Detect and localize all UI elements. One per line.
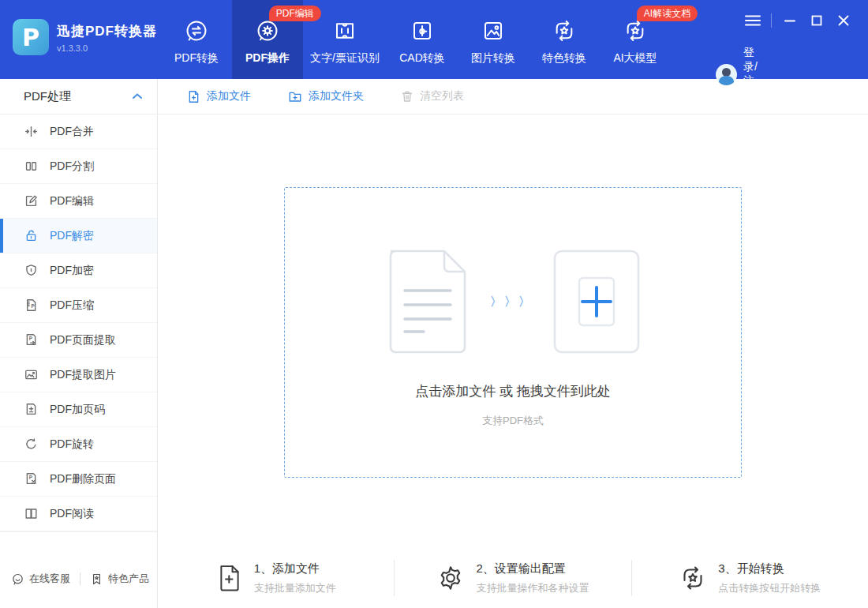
close-icon[interactable] [830, 11, 857, 30]
footer-link-label: 在线客服 [29, 572, 70, 586]
cycle-star-icon [679, 564, 707, 592]
content: 添加文件 添加文件夹 清空列表 [158, 79, 868, 608]
image-extract-icon [24, 367, 39, 383]
nav-ai-model[interactable]: AI解读文档 AI大模型 [600, 0, 671, 79]
controls-divider [771, 13, 772, 28]
shield-icon [24, 263, 39, 279]
step-configure: 2、设置输出配置 支持批量操作和各种设置 [395, 561, 630, 595]
featured-products-link[interactable]: 特色产品 [90, 572, 149, 586]
service-icon [11, 572, 24, 586]
swap-circle-icon [184, 17, 209, 45]
sidebar-item-label: PDF压缩 [50, 298, 94, 313]
sidebar-item-label: PDF合并 [50, 125, 94, 139]
add-file-step-icon [216, 563, 243, 593]
steps-bar: 1、添加文件 支持批量添加文件 [158, 548, 868, 608]
merge-icon [24, 124, 39, 140]
sidebar-item-pdf-edit[interactable]: PDF编辑 [0, 184, 157, 219]
sidebar-section-pdf-processing[interactable]: PDF处理 [0, 79, 157, 114]
step-convert: 3、开始转换 点击转换按钮开始转换 [632, 561, 868, 595]
nav-pdf-convert[interactable]: PDF转换 [161, 0, 232, 79]
app-logo: P 迅捷PDF转换器 v1.3.3.0 [0, 0, 161, 79]
step-title: 3、开始转换 [718, 561, 821, 576]
sidebar-item-pdf-decrypt[interactable]: PDF解密 [0, 219, 157, 253]
sidebar-item-pdf-compress[interactable]: P PDF压缩 [0, 288, 157, 323]
compress-icon: P [24, 298, 39, 313]
online-service-link[interactable]: 在线客服 [11, 572, 70, 586]
gear-icon [436, 564, 465, 592]
clear-list-button[interactable]: 清空列表 [400, 89, 464, 103]
toolbar-button-label: 清空列表 [420, 89, 464, 103]
nav-pdf-operation[interactable]: PDF编辑 PDF操作 [232, 0, 303, 79]
add-folder-button[interactable]: 添加文件夹 [287, 89, 364, 104]
nav-label: AI大模型 [613, 51, 657, 66]
minimize-icon[interactable] [776, 11, 803, 30]
maximize-icon[interactable] [803, 11, 830, 30]
toolbar-button-label: 添加文件夹 [309, 89, 364, 103]
page-number-icon [24, 402, 39, 418]
step-desc: 支持批量操作和各种设置 [476, 581, 589, 595]
sidebar-item-pdf-rotate[interactable]: PDF旋转 [0, 427, 157, 462]
step-title: 2、设置输出配置 [476, 561, 589, 576]
file-dropzone[interactable]: 〉〉〉 点击添加文件 或 拖拽文件到此处 支持PDF格式 [284, 187, 742, 478]
sidebar-item-label: PDF分割 [50, 160, 94, 174]
sidebar-item-pdf-extract-image[interactable]: PDF提取图片 [0, 358, 157, 392]
chevrons-icon: 〉〉〉 [490, 295, 533, 310]
nav-label: CAD转换 [399, 51, 445, 66]
sidebar-footer: 在线客服 特色产品 [0, 531, 157, 608]
split-icon [24, 159, 39, 175]
svg-text:P: P [29, 336, 32, 341]
pdf-edit-badge[interactable]: PDF编辑 [269, 6, 321, 21]
dropzone-main-text: 点击添加文件 或 拖拽文件到此处 [285, 382, 741, 400]
cycle-star-icon [552, 17, 577, 45]
sidebar-item-pdf-merge[interactable]: PDF合并 [0, 114, 157, 149]
app-window: P 迅捷PDF转换器 v1.3.3.0 PDF转换 PDF编辑 [0, 0, 868, 608]
sidebar-item-label: PDF提取图片 [50, 368, 116, 382]
footer-divider [80, 572, 80, 585]
rotate-icon [24, 437, 39, 452]
svg-text:P: P [32, 303, 35, 309]
footer-link-label: 特色产品 [108, 572, 149, 586]
page-extract-icon: P [24, 332, 39, 348]
sidebar-item-label: PDF解密 [50, 229, 94, 243]
nav-cad-convert[interactable]: CAD转换 [387, 0, 458, 79]
sidebar-item-label: PDF加密 [50, 264, 94, 278]
sidebar-item-pdf-encrypt[interactable]: PDF加密 [0, 253, 157, 288]
nav-special-convert[interactable]: 特色转换 [529, 0, 600, 79]
document-icon [386, 250, 470, 354]
chevron-up-icon[interactable] [132, 92, 143, 100]
ai-doc-badge[interactable]: AI解读文档 [637, 6, 698, 21]
toolbar-button-label: 添加文件 [207, 89, 251, 103]
add-file-icon [186, 89, 201, 104]
add-file-button[interactable]: 添加文件 [186, 89, 251, 104]
step-desc: 支持批量添加文件 [254, 581, 336, 595]
menu-icon[interactable] [739, 11, 766, 30]
step-desc: 点击转换按钮开始转换 [718, 581, 821, 595]
sidebar-item-pdf-delete-pages[interactable]: P PDF删除页面 [0, 462, 157, 497]
app-version: v1.3.3.0 [57, 43, 157, 53]
logo-icon: P [13, 19, 49, 55]
sidebar-item-label: PDF旋转 [50, 437, 94, 452]
sidebar-item-pdf-page-number[interactable]: PDF加页码 [0, 392, 157, 427]
nav-image-convert[interactable]: 图片转换 [458, 0, 529, 79]
trash-icon [400, 89, 414, 103]
delete-page-icon: P [24, 471, 39, 487]
add-target-icon [553, 250, 640, 354]
section-title: PDF处理 [24, 89, 71, 104]
sidebar-item-pdf-split[interactable]: PDF分割 [0, 149, 157, 184]
sidebar-item-pdf-read[interactable]: PDF阅读 [0, 497, 157, 531]
bookmark-star-icon [90, 572, 103, 586]
unlock-icon [24, 228, 39, 244]
sidebar-item-label: PDF加页码 [50, 403, 105, 417]
sidebar-item-label: PDF编辑 [50, 194, 94, 208]
book-icon [24, 506, 39, 522]
nav-label: 图片转换 [471, 51, 515, 66]
nav-label: PDF操作 [245, 51, 290, 66]
header: P 迅捷PDF转换器 v1.3.3.0 PDF转换 PDF编辑 [0, 0, 868, 79]
sidebar-item-label: PDF删除页面 [50, 472, 116, 486]
sidebar-item-pdf-page-extract[interactable]: P PDF页面提取 [0, 323, 157, 358]
nav-label: 特色转换 [542, 51, 586, 66]
stage: 〉〉〉 点击添加文件 或 拖拽文件到此处 支持PDF格式 [158, 114, 868, 548]
sidebar: PDF处理 PDF合并 PDF分割 [0, 79, 158, 608]
ticket-icon [332, 17, 357, 45]
window-controls [739, 11, 857, 30]
